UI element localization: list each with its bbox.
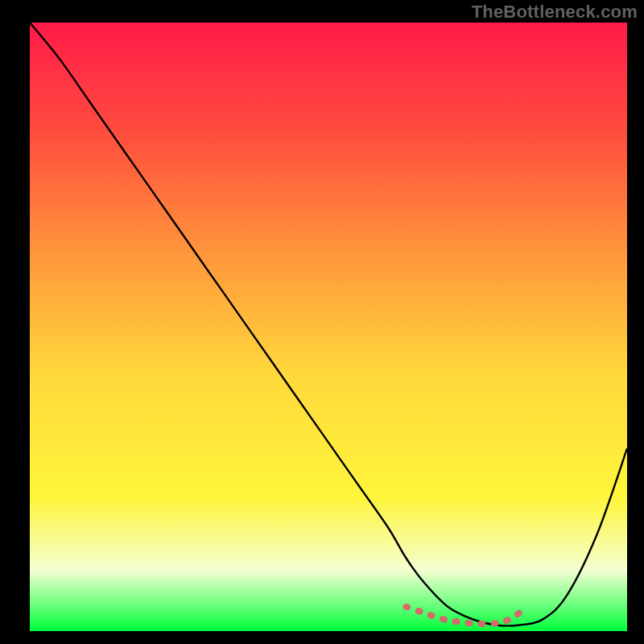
watermark-text: TheBottleneck.com	[472, 2, 638, 23]
chart-stage: TheBottleneck.com	[0, 0, 644, 644]
plot-background	[30, 23, 627, 631]
bottleneck-chart	[0, 0, 644, 644]
